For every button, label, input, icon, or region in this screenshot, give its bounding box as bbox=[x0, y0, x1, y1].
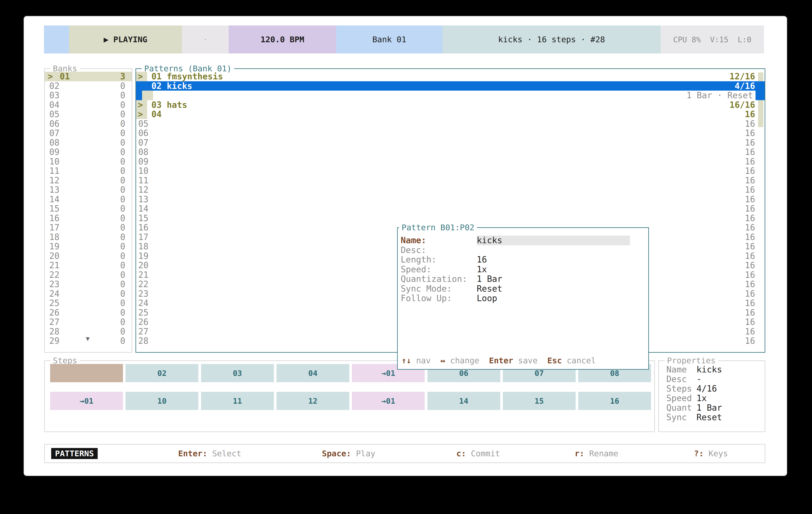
step-cell[interactable]: 15 bbox=[503, 392, 576, 410]
bank-row[interactable]: 090 bbox=[45, 147, 132, 157]
property-label: Steps bbox=[666, 384, 692, 393]
pattern-row[interactable]: 1116 bbox=[136, 176, 765, 185]
dialog-field-value: Reset bbox=[477, 284, 502, 294]
property-label: Sync bbox=[666, 413, 687, 422]
bank-row[interactable]: 060 bbox=[45, 119, 132, 129]
bank-row[interactable]: 030 bbox=[45, 91, 132, 100]
bank-row[interactable]: 220 bbox=[45, 270, 132, 280]
app-window: ▶ PLAYING · 120.0 BPM Bank 01 kicks · 16… bbox=[24, 16, 787, 476]
pattern-row[interactable]: 1416 bbox=[136, 204, 765, 213]
bank-row[interactable]: 260 bbox=[45, 308, 132, 318]
step-cell[interactable]: 14 bbox=[428, 392, 500, 410]
pattern-row[interactable]: 02 kicks4/16 bbox=[136, 81, 765, 91]
bank-row[interactable]: 200 bbox=[45, 251, 132, 261]
transport-status[interactable]: ▶ PLAYING bbox=[69, 26, 182, 54]
bank-row[interactable]: 170 bbox=[45, 223, 132, 232]
properties-panel: Properties NamekicksDesc-Steps4/16Speed1… bbox=[658, 360, 765, 432]
bpm-display[interactable]: 120.0 BPM bbox=[229, 26, 336, 54]
bank-row[interactable]: 070 bbox=[45, 128, 132, 138]
bank-row[interactable]: 230 bbox=[45, 279, 132, 289]
bank-pattern-count: 0 bbox=[120, 204, 125, 213]
pattern-step-count: 16 bbox=[745, 261, 755, 270]
bank-row[interactable]: 020 bbox=[45, 81, 132, 91]
pattern-step-count: 16 bbox=[745, 185, 755, 194]
dialog-field[interactable]: Desc: bbox=[398, 245, 648, 255]
dialog-field[interactable]: Sync Mode:Reset bbox=[398, 284, 648, 294]
step-cell[interactable]: 03 bbox=[201, 364, 274, 382]
step-cell-chain[interactable]: →01 bbox=[50, 392, 123, 410]
bank-pattern-count: 0 bbox=[120, 166, 125, 176]
bank-row[interactable]: 140 bbox=[45, 194, 132, 204]
pattern-row[interactable]: >03 hats16/16 bbox=[136, 100, 765, 110]
property-value: 4/16 bbox=[696, 384, 717, 393]
selection-right-block bbox=[755, 91, 765, 100]
bank-number: 24 bbox=[49, 289, 59, 299]
bank-row[interactable]: 120 bbox=[45, 176, 132, 185]
dialog-field[interactable]: Length:16 bbox=[398, 255, 648, 265]
pattern-row[interactable]: 1216 bbox=[136, 185, 765, 194]
bank-pattern-count: 0 bbox=[120, 176, 125, 185]
bank-number: 20 bbox=[49, 251, 59, 261]
step-label: 10 bbox=[157, 397, 167, 405]
bank-row[interactable]: 150 bbox=[45, 204, 132, 213]
dialog-field[interactable]: Follow Up:Loop bbox=[398, 294, 648, 303]
bank-row[interactable]: 240 bbox=[45, 289, 132, 299]
pattern-row[interactable]: 0616 bbox=[136, 128, 765, 138]
bank-row[interactable]: 100 bbox=[45, 157, 132, 167]
pattern-number-and-name: 17 bbox=[138, 232, 148, 242]
step-cell[interactable]: 02 bbox=[125, 364, 198, 382]
step-cell[interactable]: 11 bbox=[201, 392, 274, 410]
hint-label: nav bbox=[411, 356, 440, 365]
pattern-row[interactable]: 1016 bbox=[136, 166, 765, 176]
bank-row[interactable]: 180 bbox=[45, 232, 132, 242]
dot-icon: · bbox=[203, 36, 207, 43]
pattern-number-and-name: 28 bbox=[138, 336, 148, 346]
step-cell[interactable]: 04 bbox=[277, 364, 349, 382]
bank-row[interactable]: 050 bbox=[45, 110, 132, 119]
bank-row[interactable]: 160 bbox=[45, 213, 132, 223]
hint-key: Esc bbox=[547, 356, 562, 365]
bank-row[interactable]: 190 bbox=[45, 242, 132, 251]
pattern-row[interactable]: 1316 bbox=[136, 194, 765, 204]
pattern-number-and-name: 06 bbox=[138, 128, 148, 138]
step-cell[interactable]: 12 bbox=[277, 392, 349, 410]
pattern-step-count: 16 bbox=[745, 166, 755, 176]
pattern-step-count: 16 bbox=[745, 194, 755, 204]
property-row: Speed1x bbox=[659, 393, 765, 403]
pattern-row[interactable]: 0716 bbox=[136, 138, 765, 148]
step-cell-chain[interactable]: →01 bbox=[352, 392, 425, 410]
bank-row[interactable]: 250 bbox=[45, 298, 132, 308]
bank-row[interactable]: 210 bbox=[45, 261, 132, 270]
dialog-fields: Name:kicksDesc:Length:16Speed:1xQuantiza… bbox=[398, 236, 648, 303]
bank-row[interactable]: 130 bbox=[45, 185, 132, 194]
bank-row[interactable]: 110 bbox=[45, 166, 132, 176]
bank-row[interactable]: >013 bbox=[45, 72, 132, 81]
pattern-row[interactable]: >01 fmsynthesis12/16 bbox=[136, 72, 765, 81]
step-label: 02 bbox=[157, 369, 167, 377]
pattern-number-and-name: 24 bbox=[138, 298, 148, 308]
pattern-row[interactable]: 1516 bbox=[136, 213, 765, 223]
pattern-row[interactable]: 0916 bbox=[136, 157, 765, 167]
bank-pattern-count: 0 bbox=[120, 317, 125, 327]
bank-row[interactable]: 040 bbox=[45, 100, 132, 110]
dialog-field[interactable]: Speed:1x bbox=[398, 265, 648, 274]
pattern-row[interactable]: >0416 bbox=[136, 110, 765, 119]
bank-display[interactable]: Bank 01 bbox=[336, 26, 442, 54]
step-cell[interactable]: 10 bbox=[125, 392, 198, 410]
pattern-number-and-name: 27 bbox=[138, 327, 148, 336]
pattern-row[interactable]: 0516 bbox=[136, 119, 765, 129]
dialog-field[interactable]: Quantization:1 Bar bbox=[398, 274, 648, 284]
step-cell[interactable]: 16 bbox=[578, 392, 651, 410]
pattern-step-count: 16 bbox=[745, 110, 755, 119]
topbar-separator-block: · bbox=[182, 26, 229, 54]
step-cell-active[interactable] bbox=[50, 364, 123, 382]
dialog-field[interactable]: Name:kicks bbox=[398, 236, 648, 245]
pattern-row[interactable]: 0816 bbox=[136, 147, 765, 157]
bank-row[interactable]: 270 bbox=[45, 317, 132, 327]
bank-number: 08 bbox=[49, 138, 59, 148]
bank-number: 09 bbox=[49, 147, 59, 157]
bank-pattern-count: 0 bbox=[120, 119, 125, 129]
pattern-number-and-name: 04 bbox=[151, 110, 162, 119]
bank-row[interactable]: 080 bbox=[45, 138, 132, 148]
now-playing-text: kicks · 16 steps · #28 bbox=[498, 35, 605, 44]
